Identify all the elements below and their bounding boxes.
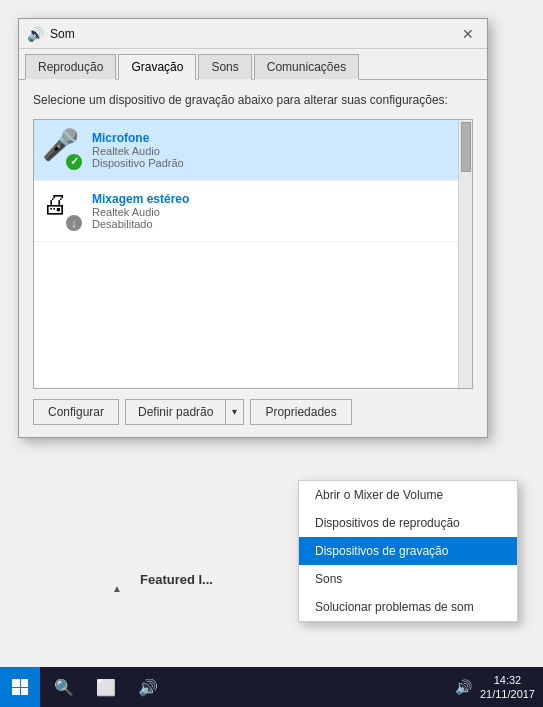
dialog-close-button[interactable]: ✕: [457, 23, 479, 45]
clock-date: 21/11/2017: [480, 687, 535, 701]
dialog-instruction: Selecione um dispositivo de gravação aba…: [33, 92, 473, 109]
propriedades-button[interactable]: Propriedades: [250, 399, 351, 425]
device-icon-mic: 🎤 ✓: [42, 130, 82, 170]
windows-logo-icon: [12, 679, 28, 695]
tab-reproducao[interactable]: Reprodução: [25, 54, 116, 80]
badge-down-icon: ↓: [66, 215, 82, 231]
context-item-gravacao[interactable]: Dispositivos de gravação: [299, 537, 517, 565]
taskbar-clock: 14:32 21/11/2017: [480, 673, 535, 702]
scrollbar-thumb[interactable]: [461, 122, 471, 172]
taskbar-right-area: 🔊 14:32 21/11/2017: [455, 673, 543, 702]
dialog-buttons: Configurar Definir padrão ▾ Propriedades: [33, 399, 473, 425]
context-item-sons[interactable]: Sons: [299, 565, 517, 593]
stereo-device-info: Mixagem estéreo Realtek Audio Desabilita…: [92, 192, 464, 230]
stereo-driver: Realtek Audio: [92, 206, 464, 218]
tabs-container: Reprodução Gravação Sons Comunicações: [19, 49, 487, 80]
context-item-reproducao[interactable]: Dispositivos de reprodução: [299, 509, 517, 537]
taskbar-pinned-icons: 🔍 ⬜ 🔊: [44, 667, 168, 707]
featured-label: Featured I...: [140, 572, 213, 587]
mic-status: Dispositivo Padrão: [92, 157, 464, 169]
mic-device-info: Microfone Realtek Audio Dispositivo Padr…: [92, 131, 464, 169]
stereo-icon: 🖨: [42, 189, 68, 219]
context-item-solucionar[interactable]: Solucionar problemas de som: [299, 593, 517, 621]
dialog-title-text: Som: [50, 27, 457, 41]
taskbar-icon-sound[interactable]: 🔊: [128, 667, 168, 707]
taskbar-icon-task-view[interactable]: ⬜: [86, 667, 126, 707]
badge-check-icon: ✓: [66, 154, 82, 170]
context-item-open-mixer[interactable]: Abrir o Mixer de Volume: [299, 481, 517, 509]
context-menu: Abrir o Mixer de Volume Dispositivos de …: [298, 480, 518, 622]
sound-dialog: 🔊 Som ✕ Reprodução Gravação Sons Comunic…: [18, 18, 488, 438]
definir-padrao-arrow[interactable]: ▾: [225, 399, 244, 425]
dialog-title-icon: 🔊: [27, 26, 44, 42]
definir-padrao-split-button: Definir padrão ▾: [125, 399, 244, 425]
device-list: 🎤 ✓ Microfone Realtek Audio Dispositivo …: [33, 119, 473, 389]
device-item-stereo-mix[interactable]: 🖨 ↓ Mixagem estéreo Realtek Audio Desabi…: [34, 181, 472, 242]
tab-comunicacoes[interactable]: Comunicações: [254, 54, 359, 80]
dialog-titlebar: 🔊 Som ✕: [19, 19, 487, 49]
arrow-button[interactable]: ▲: [112, 583, 122, 594]
dialog-body: Selecione um dispositivo de gravação aba…: [19, 80, 487, 437]
tab-gravacao[interactable]: Gravação: [118, 54, 196, 80]
mic-driver: Realtek Audio: [92, 145, 464, 157]
device-item-microphone[interactable]: 🎤 ✓ Microfone Realtek Audio Dispositivo …: [34, 120, 472, 181]
tab-sons[interactable]: Sons: [198, 54, 251, 80]
stereo-name: Mixagem estéreo: [92, 192, 464, 206]
mic-name: Microfone: [92, 131, 464, 145]
stereo-status: Desabilitado: [92, 218, 464, 230]
definir-padrao-button[interactable]: Definir padrão: [125, 399, 225, 425]
taskbar-volume-icon[interactable]: 🔊: [455, 679, 472, 695]
taskbar-icon-search[interactable]: 🔍: [44, 667, 84, 707]
device-list-scrollbar[interactable]: [458, 120, 472, 388]
taskbar: 🔍 ⬜ 🔊 🔊 14:32 21/11/2017: [0, 667, 543, 707]
configurar-button[interactable]: Configurar: [33, 399, 119, 425]
device-icon-stereo: 🖨 ↓: [42, 191, 82, 231]
scrollbar-track: [459, 122, 472, 389]
clock-hour: 14:32: [480, 673, 535, 687]
start-button[interactable]: [0, 667, 40, 707]
